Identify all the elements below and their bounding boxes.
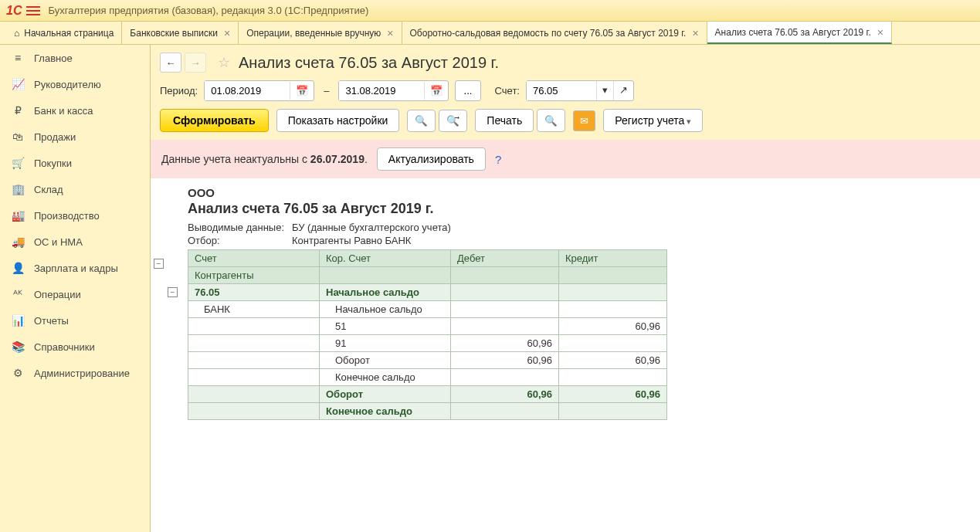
period-label: Период: xyxy=(160,85,198,97)
sidebar-item-admin[interactable]: ⚙Администрирование xyxy=(0,360,150,386)
building-icon: 🏢 xyxy=(11,182,25,196)
sidebar: ≡Главное 📈Руководителю ₽Банк и касса 🛍Пр… xyxy=(0,45,151,532)
sidebar-item-catalogs[interactable]: 📚Справочники xyxy=(0,334,150,360)
search-arrow-icon: 🔍⃗ xyxy=(446,115,459,127)
open-icon[interactable]: ↗ xyxy=(613,81,633,100)
content-area: ← → ☆ Анализ счета 76.05 за Август 2019 … xyxy=(151,45,980,532)
report-table: Счет Кор. Счет Дебет Кредит Контрагенты … xyxy=(188,249,667,420)
sidebar-item-bank[interactable]: ₽Банк и касса xyxy=(0,97,150,124)
register-button[interactable]: Регистр учета xyxy=(603,109,703,132)
tab-balance-sheet[interactable]: Оборотно-сальдовая ведомость по счету 76… xyxy=(402,22,707,44)
tree-toggle[interactable]: − xyxy=(154,259,164,269)
generate-button[interactable]: Сформировать xyxy=(160,109,269,132)
tab-account-analysis[interactable]: Анализ счета 76.05 за Август 2019 г. × xyxy=(707,22,892,44)
print-button[interactable]: Печать xyxy=(475,109,534,132)
doc-search-icon: 🔍 xyxy=(544,115,558,127)
sidebar-item-production[interactable]: 🏭Производство xyxy=(0,202,150,229)
print-preview-button[interactable]: 🔍 xyxy=(537,109,565,132)
operations-icon: ᴬᴷ xyxy=(11,287,25,301)
period-picker-button[interactable]: ... xyxy=(455,80,480,101)
report-title: Анализ счета 76.05 за Август 2019 г. xyxy=(188,201,667,217)
close-icon[interactable]: × xyxy=(224,27,230,39)
account-label: Счет: xyxy=(495,85,520,97)
help-icon[interactable]: ? xyxy=(495,153,501,166)
bars-icon: 📊 xyxy=(11,313,25,327)
tabs-bar: ⌂ Начальная страница Банковские выписки … xyxy=(0,22,980,45)
tab-bank-statements[interactable]: Банковские выписки × xyxy=(122,22,239,44)
close-icon[interactable]: × xyxy=(692,27,698,39)
home-icon: ⌂ xyxy=(14,28,19,39)
logo-1c: 1C xyxy=(6,4,22,18)
search-icon: 🔍 xyxy=(415,115,428,127)
calendar-icon[interactable]: 📅 xyxy=(290,82,314,100)
sidebar-item-purchases[interactable]: 🛒Покупки xyxy=(0,150,150,176)
search-next-button[interactable]: 🔍⃗ xyxy=(439,110,467,132)
date-to-field[interactable]: 📅 xyxy=(338,80,449,101)
account-field[interactable]: ▾ ↗ xyxy=(526,80,634,101)
gear-icon: ⚙ xyxy=(11,366,25,380)
close-icon[interactable]: × xyxy=(387,27,393,39)
tree-column: − − xyxy=(151,186,188,420)
account-input[interactable] xyxy=(527,81,596,100)
tree-toggle[interactable]: − xyxy=(168,287,178,297)
search-button[interactable]: 🔍 xyxy=(407,110,436,132)
report-company: ООО xyxy=(188,186,667,199)
envelope-icon: ✉ xyxy=(580,115,588,127)
tab-home[interactable]: ⌂ Начальная страница xyxy=(3,22,122,44)
alert-text: Данные учета неактуальны с 26.07.2019. xyxy=(161,153,368,165)
forward-button[interactable]: → xyxy=(185,53,206,73)
star-icon[interactable]: ☆ xyxy=(214,53,234,73)
bag-icon: 🛍 xyxy=(11,130,25,144)
chart-icon: 📈 xyxy=(11,77,25,91)
menu-icon[interactable] xyxy=(26,4,40,18)
date-from-field[interactable]: 📅 xyxy=(204,80,314,101)
report-meta: Отбор:Контрагенты Равно БАНК xyxy=(188,235,667,246)
col-credit: Кредит xyxy=(559,250,667,267)
close-icon[interactable]: × xyxy=(877,26,883,39)
calendar-icon[interactable]: 📅 xyxy=(424,82,448,100)
col-account: Счет xyxy=(188,250,320,267)
factory-icon: 🏭 xyxy=(11,208,25,222)
alert-bar: Данные учета неактуальны с 26.07.2019. А… xyxy=(151,140,980,178)
cart-icon: 🛒 xyxy=(11,156,25,170)
ruble-icon: ₽ xyxy=(11,103,25,117)
chevron-down-icon[interactable]: ▾ xyxy=(596,81,613,100)
title-bar: 1C Бухгалтерия предприятия (базовая), ре… xyxy=(0,0,980,22)
page-title: Анализ счета 76.05 за Август 2019 г. xyxy=(239,54,499,72)
back-button[interactable]: ← xyxy=(160,53,181,73)
email-button[interactable]: ✉ xyxy=(573,110,595,131)
person-icon: 👤 xyxy=(11,261,25,275)
menu-icon: ≡ xyxy=(11,51,25,65)
col-debit: Дебет xyxy=(451,250,559,267)
sidebar-item-warehouse[interactable]: 🏢Склад xyxy=(0,176,150,202)
sidebar-item-manager[interactable]: 📈Руководителю xyxy=(0,71,150,97)
sidebar-item-reports[interactable]: 📊Отчеты xyxy=(0,307,150,334)
sidebar-item-operations[interactable]: ᴬᴷОперации xyxy=(0,281,150,307)
show-settings-button[interactable]: Показать настройки xyxy=(276,109,400,132)
books-icon: 📚 xyxy=(11,340,25,354)
truck-icon: 🚚 xyxy=(11,235,25,249)
report-meta: Выводимые данные:БУ (данные бухгалтерско… xyxy=(188,222,667,233)
actualize-button[interactable]: Актуализировать xyxy=(377,147,486,171)
date-from-input[interactable] xyxy=(205,81,290,100)
tab-manual-operations[interactable]: Операции, введенные вручную × xyxy=(239,22,402,44)
sidebar-item-main[interactable]: ≡Главное xyxy=(0,45,150,71)
sidebar-item-hr[interactable]: 👤Зарплата и кадры xyxy=(0,255,150,281)
sidebar-item-assets[interactable]: 🚚ОС и НМА xyxy=(0,229,150,255)
col-coracct: Кор. Счет xyxy=(320,250,451,267)
app-title: Бухгалтерия предприятия (базовая), редак… xyxy=(48,5,368,16)
date-to-input[interactable] xyxy=(339,81,424,100)
sidebar-item-sales[interactable]: 🛍Продажи xyxy=(0,124,150,150)
